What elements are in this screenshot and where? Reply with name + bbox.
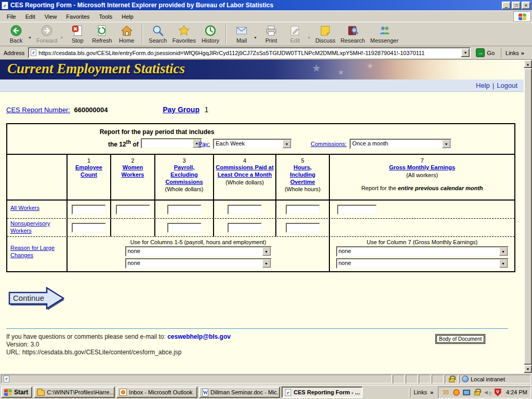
taskbar-links-toolbar[interactable]: Links » (414, 389, 433, 395)
col-gross-monthly-header: 7 Gross Monthly Earnings (All workers) R… (329, 155, 514, 200)
all-workers-link[interactable]: All Workers (10, 205, 39, 211)
tray-mail-icon[interactable]: ✉ (442, 388, 450, 396)
security-pane (445, 375, 458, 383)
pay-period-section: Report for the pay period that includes … (7, 124, 514, 155)
scroll-up-icon[interactable]: ▲ (524, 60, 532, 68)
taskbar: Start C:\WINNT\Profiles\Harre... Inbox -… (0, 385, 532, 399)
divider: | (493, 82, 494, 89)
tray-antivirus-icon[interactable]: V (494, 388, 502, 396)
payroll-link[interactable]: Payroll, Excluding Commissions (161, 164, 208, 185)
vertical-scrollbar[interactable]: ▲ ▼ (524, 60, 532, 373)
minimize-button[interactable]: _ (502, 2, 511, 9)
select-dropdown-icon (499, 259, 508, 268)
commissions-paid-link[interactable]: Commissions Paid at Least Once a Month (216, 164, 274, 179)
menu-tools[interactable]: Tools (95, 12, 117, 21)
word-document-icon: W (202, 389, 208, 396)
taskbar-item-ie-active[interactable]: e CES Reporting Form - ... (282, 387, 363, 398)
gross-monthly-earnings-link[interactable]: Gross Monthly Earnings (389, 164, 455, 171)
scrollbar-thumb[interactable] (524, 68, 532, 365)
nonsupervisory-workers-link[interactable]: Nonsupervisory Workers (10, 220, 50, 234)
pay-group-link[interactable]: Pay Group (163, 105, 200, 114)
reason-col-7-select-2[interactable]: none (336, 258, 509, 269)
history-button[interactable]: History (198, 23, 222, 46)
nonsupervisory-hours-input[interactable] (286, 223, 320, 233)
all-workers-hours-input[interactable] (286, 205, 320, 215)
mail-dropdown-icon[interactable]: ▼ (254, 36, 257, 39)
restore-button[interactable]: ❐ (512, 2, 521, 9)
start-button[interactable]: Start (1, 387, 32, 398)
pay-link[interactable]: Pay: (198, 141, 210, 147)
tray-clock-icon[interactable] (452, 388, 460, 396)
intranet-zone-icon (462, 376, 469, 382)
address-dropdown-icon[interactable]: ▼ (461, 48, 470, 57)
pay-frequency-select[interactable]: Each Week (213, 139, 292, 149)
home-button[interactable]: Home (115, 23, 139, 46)
search-button[interactable]: Search (146, 23, 170, 46)
menu-help[interactable]: Help (117, 12, 138, 21)
all-workers-employee-count-input[interactable] (72, 205, 106, 215)
status-pane (432, 375, 444, 383)
messenger-button[interactable]: Messenger (367, 23, 401, 46)
discuss-button[interactable]: Discuss (313, 23, 338, 46)
print-button[interactable]: Print (259, 23, 283, 46)
menu-favorites[interactable]: Favorites (61, 12, 94, 21)
nonsupervisory-payroll-input[interactable] (167, 223, 202, 233)
menu-file[interactable]: File (2, 12, 21, 21)
back-dropdown-icon[interactable]: ▼ (28, 36, 32, 39)
back-button[interactable]: Back (4, 23, 28, 46)
menu-bar: File Edit View Favorites Tools Help (0, 10, 532, 22)
history-icon (204, 24, 217, 37)
flag-star-decoration: ★ (312, 62, 321, 74)
all-workers-women-workers-input[interactable] (116, 205, 150, 215)
scroll-down-icon[interactable]: ▼ (524, 365, 532, 373)
menu-view[interactable]: View (40, 12, 62, 21)
continue-button[interactable]: Continue (8, 286, 66, 311)
chevron-icon: » (430, 389, 433, 395)
body-of-document-button[interactable]: Body of Document (436, 335, 484, 343)
commissions-link[interactable]: Commissions: (311, 141, 347, 147)
tray-network-icon[interactable] (462, 388, 471, 396)
chevron-icon: » (521, 50, 524, 56)
ceswebhelp-email-link[interactable]: ceswebhelp@bls.gov (167, 333, 231, 340)
pay-period-month-select[interactable] (141, 138, 202, 149)
tray-lock-icon[interactable] (473, 388, 481, 396)
tray-volume-icon[interactable]: ◄)) (483, 388, 491, 396)
windows-logo-icon (513, 11, 531, 22)
employee-count-link[interactable]: Employee Count (70, 164, 108, 179)
all-workers-gross-monthly-input[interactable] (337, 205, 377, 215)
favorites-button[interactable]: Favorites (170, 23, 198, 46)
all-workers-payroll-input[interactable] (167, 205, 202, 215)
research-button[interactable]: Research (338, 23, 367, 46)
ie-icon: e (285, 389, 291, 396)
reason-cols-1-5-select-1[interactable]: none (125, 246, 272, 257)
refresh-button[interactable]: Refresh (89, 23, 115, 46)
reason-col-7-select-1[interactable]: none (336, 246, 509, 257)
menu-edit[interactable]: Edit (21, 12, 40, 21)
reason-for-large-changes-link[interactable]: Reason for Large Changes (10, 245, 55, 258)
col-women-workers-header: 2 Women Workers (110, 155, 154, 200)
stop-button[interactable]: Stop (65, 23, 89, 46)
nonsupervisory-commissions-input[interactable] (228, 223, 262, 233)
close-button[interactable]: ✕ (522, 2, 530, 9)
taskbar-item-outlook[interactable]: Inbox - Microsoft Outlook (116, 387, 197, 398)
address-input[interactable]: e https://cesdata.bls.gov/CESLite/entryF… (28, 47, 471, 58)
taskbar-item-word[interactable]: W Dillman Seminar.doc - Mic... (199, 387, 280, 398)
logout-link[interactable]: Logout (497, 82, 517, 89)
hours-link[interactable]: Hours, Including Overtime (284, 164, 322, 185)
women-workers-link[interactable]: Women Workers (117, 164, 149, 179)
reason-cols-1-5-select-2[interactable]: none (125, 258, 272, 269)
go-button[interactable]: → Go (474, 48, 497, 58)
status-bar: e Local intranet (0, 373, 532, 385)
taskbar-item-explorer[interactable]: C:\WINNT\Profiles\Harre... (34, 387, 115, 398)
help-link[interactable]: Help (476, 82, 490, 89)
mail-button[interactable]: Mail (230, 23, 254, 46)
select-dropdown-icon (283, 140, 291, 148)
commissions-frequency-select[interactable]: Once a month (350, 139, 451, 149)
nonsupervisory-employee-count-input[interactable] (72, 223, 106, 233)
ces-report-number-link[interactable]: CES Report Number: (6, 106, 70, 114)
col-employee-count-header: 1 Employee Count (66, 155, 110, 200)
col-payroll-header: 3 Payroll, Excluding Commissions (Whole … (154, 155, 213, 200)
links-toolbar[interactable]: Links » (501, 48, 524, 58)
all-workers-commissions-input[interactable] (228, 205, 262, 215)
toolbar-separator (225, 24, 227, 45)
